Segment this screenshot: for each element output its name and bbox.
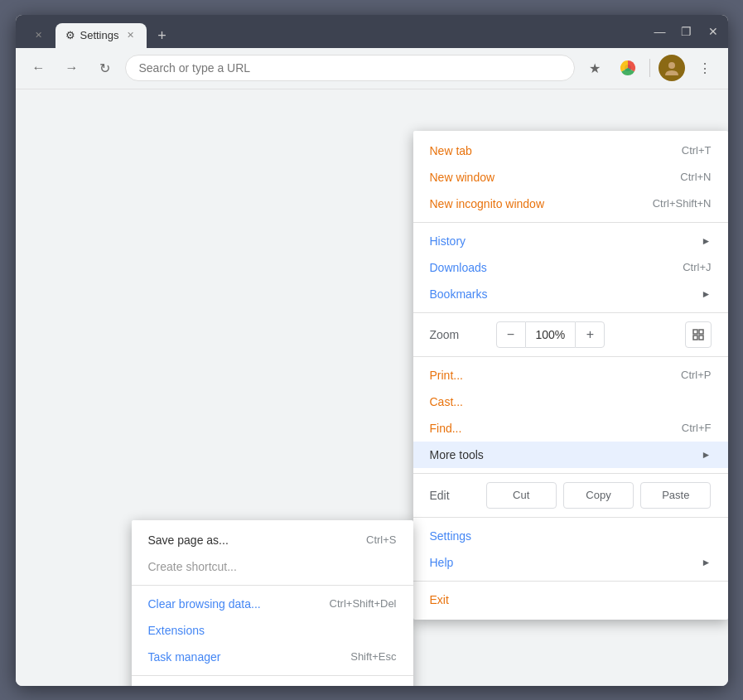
submenu-label-clear-browsing: Clear browsing data... <box>148 597 330 611</box>
submenu-label-extensions: Extensions <box>148 624 397 637</box>
menu-button[interactable]: ⋮ <box>692 55 718 81</box>
menu-item-bookmarks[interactable]: Bookmarks ► <box>413 281 728 307</box>
more-tools-arrow-icon: ► <box>702 449 712 461</box>
menu-divider-2 <box>413 312 728 313</box>
edit-label: Edit <box>430 489 480 502</box>
submenu-divider-1 <box>132 585 413 586</box>
menu-label-new-tab: New tab <box>430 144 682 157</box>
menu-item-cast[interactable]: Cast... <box>413 389 728 415</box>
menu-item-exit[interactable]: Exit <box>413 587 728 613</box>
tab-close-inactive[interactable]: ✕ <box>32 29 46 42</box>
menu-divider-5 <box>413 517 728 518</box>
bookmark-button[interactable]: ★ <box>581 55 608 81</box>
menu-shortcut-new-tab: Ctrl+T <box>682 144 712 157</box>
tab-settings-label: Settings <box>80 29 119 41</box>
window-controls: — ❐ ✕ <box>652 23 721 40</box>
menu-item-history[interactable]: History ► <box>413 228 728 254</box>
svg-rect-3 <box>699 330 703 334</box>
fullscreen-button[interactable] <box>685 321 712 348</box>
svg-rect-5 <box>699 336 703 340</box>
submenu-label-task-manager: Task manager <box>148 650 351 664</box>
menu-label-find: Find... <box>430 422 682 435</box>
toolbar-separator <box>649 59 650 77</box>
tab-settings-close[interactable]: ✕ <box>123 29 137 42</box>
menu-label-settings: Settings <box>430 529 712 543</box>
address-input[interactable] <box>125 55 575 81</box>
menu-divider-3 <box>413 356 728 357</box>
chrome-logo-button[interactable] <box>615 55 641 81</box>
menu-label-print: Print... <box>430 369 682 382</box>
settings-tab-icon: ⚙ <box>65 29 75 41</box>
page-content: New tab Ctrl+T New window Ctrl+N New inc… <box>16 89 728 686</box>
minimize-button[interactable]: — <box>652 23 668 40</box>
menu-shortcut-incognito: Ctrl+Shift+N <box>653 197 712 210</box>
svg-point-1 <box>668 62 675 69</box>
tab-inactive[interactable]: ✕ <box>22 23 55 48</box>
zoom-value: 100% <box>526 321 576 348</box>
submenu-label-create-shortcut: Create shortcut... <box>148 560 397 573</box>
submenu-divider-2 <box>132 675 413 676</box>
menu-label-history: History <box>430 234 695 248</box>
menu-item-find[interactable]: Find... Ctrl+F <box>413 415 728 442</box>
restore-button[interactable]: ❐ <box>678 23 695 40</box>
menu-item-new-tab[interactable]: New tab Ctrl+T <box>413 138 728 164</box>
help-arrow-icon: ► <box>702 557 712 568</box>
menu-shortcut-print: Ctrl+P <box>681 369 711 381</box>
cut-button[interactable]: Cut <box>486 482 557 509</box>
menu-divider-6 <box>413 581 728 582</box>
zoom-controls: − 100% + <box>496 321 685 348</box>
submenu-shortcut-clear-browsing: Ctrl+Shift+Del <box>330 597 397 610</box>
bookmarks-arrow-icon: ► <box>702 288 712 300</box>
history-arrow-icon: ► <box>702 235 712 247</box>
menu-item-print[interactable]: Print... Ctrl+P <box>413 362 728 389</box>
menu-item-more-tools[interactable]: More tools ► <box>413 442 728 468</box>
address-bar: ← → ↻ ★ ⋮ <box>16 48 728 89</box>
forward-button[interactable]: → <box>59 55 85 81</box>
menu-label-new-window: New window <box>430 171 681 184</box>
zoom-plus-button[interactable]: + <box>575 321 605 348</box>
submenu-item-extensions[interactable]: Extensions <box>132 617 413 644</box>
edit-row: Edit Cut Copy Paste <box>413 479 728 512</box>
menu-item-incognito[interactable]: New incognito window Ctrl+Shift+N <box>413 191 728 217</box>
tab-settings[interactable]: ⚙ Settings ✕ <box>55 23 147 48</box>
submenu-item-task-manager[interactable]: Task manager Shift+Esc <box>132 644 413 670</box>
zoom-minus-button[interactable]: − <box>496 321 526 348</box>
refresh-button[interactable]: ↻ <box>92 55 118 81</box>
copy-button[interactable]: Copy <box>563 482 634 509</box>
paste-button[interactable]: Paste <box>640 482 711 509</box>
back-button[interactable]: ← <box>26 55 52 81</box>
user-avatar[interactable] <box>659 55 685 81</box>
submenu-label-save-page: Save page as... <box>148 533 367 547</box>
menu-item-help[interactable]: Help ► <box>413 549 728 576</box>
zoom-label: Zoom <box>430 328 496 341</box>
submenu-shortcut-task-manager: Shift+Esc <box>350 650 396 663</box>
submenu-shortcut-save-page: Ctrl+S <box>366 533 396 546</box>
browser-window: ✕ ⚙ Settings ✕ + — ❐ ✕ ← → ↻ ★ <box>16 15 728 686</box>
menu-shortcut-find: Ctrl+F <box>682 422 712 434</box>
close-button[interactable]: ✕ <box>705 23 721 40</box>
menu-label-bookmarks: Bookmarks <box>430 287 695 301</box>
menu-label-exit: Exit <box>430 593 712 606</box>
menu-item-settings[interactable]: Settings <box>413 523 728 549</box>
new-tab-button[interactable]: + <box>150 25 173 48</box>
submenu-more-tools: Save page as... Ctrl+S Create shortcut..… <box>132 520 413 686</box>
menu-label-incognito: New incognito window <box>430 197 653 210</box>
title-bar: ✕ ⚙ Settings ✕ + — ❐ ✕ <box>16 15 728 48</box>
menu-divider-4 <box>413 473 728 474</box>
menu-item-new-window[interactable]: New window Ctrl+N <box>413 164 728 191</box>
menu-shortcut-new-window: Ctrl+N <box>680 171 711 183</box>
submenu-item-clear-browsing[interactable]: Clear browsing data... Ctrl+Shift+Del <box>132 591 413 617</box>
main-menu: New tab Ctrl+T New window Ctrl+N New inc… <box>413 131 728 620</box>
tab-bar: ✕ ⚙ Settings ✕ + <box>22 15 652 48</box>
submenu-item-developer-tools[interactable]: Developer tools Ctrl+Shift+I <box>132 681 413 686</box>
submenu-item-save-page[interactable]: Save page as... Ctrl+S <box>132 527 413 553</box>
zoom-row: Zoom − 100% + <box>413 318 728 351</box>
menu-divider-1 <box>413 222 728 223</box>
menu-label-more-tools: More tools <box>430 448 695 461</box>
svg-rect-4 <box>693 336 697 340</box>
submenu-item-create-shortcut[interactable]: Create shortcut... <box>132 553 413 580</box>
menu-label-downloads: Downloads <box>430 261 683 274</box>
menu-label-cast: Cast... <box>430 395 712 408</box>
menu-item-downloads[interactable]: Downloads Ctrl+J <box>413 254 728 281</box>
menu-label-help: Help <box>430 556 695 569</box>
